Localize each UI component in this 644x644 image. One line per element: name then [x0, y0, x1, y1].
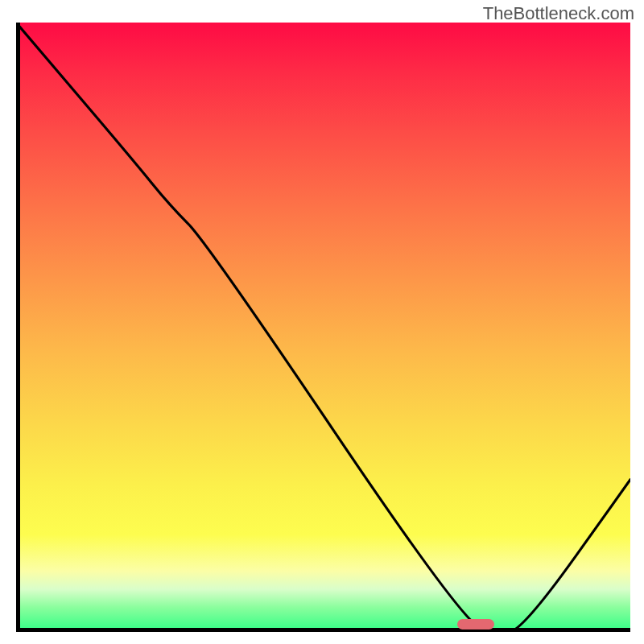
chart-container: TheBottleneck.com: [0, 0, 644, 644]
watermark-label: TheBottleneck.com: [483, 3, 634, 24]
bottleneck-curve: [16, 23, 630, 632]
plot-area: [16, 23, 630, 632]
optimal-point-marker: [457, 619, 494, 630]
